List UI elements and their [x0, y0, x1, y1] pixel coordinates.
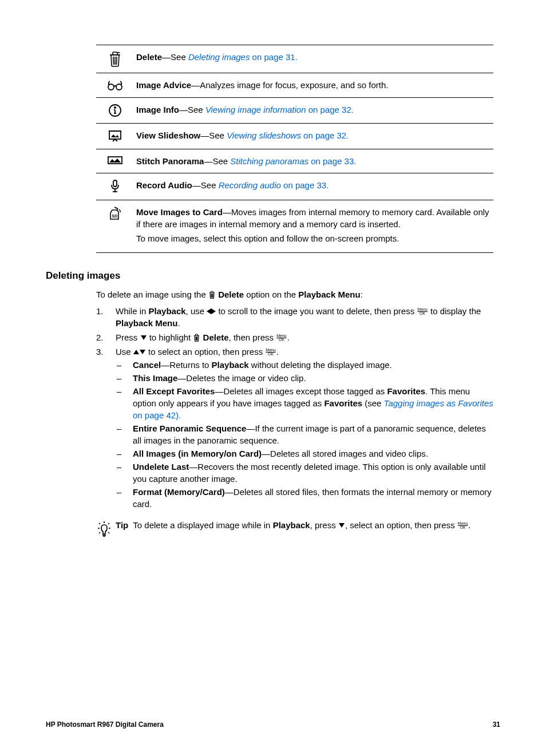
svg-rect-13	[113, 180, 117, 187]
page-footer: HP Photosmart R967 Digital Camera 31	[46, 720, 500, 730]
eyeglasses-icon	[106, 79, 124, 92]
body-section: To delete an image using the Delete opti…	[96, 288, 493, 511]
row-slideshow-desc: View Slideshow—See Viewing slideshows on…	[132, 124, 493, 149]
left-arrow-icon	[207, 308, 211, 314]
microphone-icon	[109, 179, 121, 194]
svg-line-2	[117, 57, 117, 65]
row-slideshow: View Slideshow—See Viewing slideshows on…	[96, 124, 493, 149]
audio-icon-cell	[96, 173, 132, 200]
svg-line-27	[108, 523, 109, 524]
menu-ok-icon: MenuOK	[417, 307, 428, 315]
info-icon-cell	[96, 98, 132, 124]
up-arrow-icon	[133, 350, 139, 354]
row-move-desc: Move Images to Card—Moves images from in…	[132, 200, 493, 253]
panorama-icon	[107, 155, 123, 165]
row-advice-desc: Image Advice—Analyzes image for focus, e…	[132, 73, 493, 98]
info-icon	[108, 104, 122, 117]
step-3: 3. Use to select an option, then press M…	[96, 346, 493, 511]
row-move-to-card: SD Move Images to Card—Moves images from…	[96, 200, 493, 253]
down-arrow-icon	[339, 523, 345, 528]
opt-cancel: –Cancel—Returns to Playback without dele…	[116, 359, 493, 371]
steps-list: 1. While in Playback, use to scroll to t…	[96, 305, 493, 511]
link-stitch[interactable]: Stitching panoramas	[230, 156, 308, 166]
menu-ok-icon: MenuOK	[458, 521, 468, 529]
right-arrow-icon	[211, 308, 216, 314]
opt-undelete: –Undelete Last—Recovers the most recentl…	[116, 461, 493, 485]
opt-panoramic: –Entire Panoramic Sequence—If the curren…	[116, 422, 493, 446]
trash-icon	[108, 51, 122, 67]
svg-rect-12	[108, 157, 122, 164]
link-deleting-images[interactable]: Deleting images	[188, 52, 250, 62]
opt-all-images: –All Images (in Memory/on Card)—Deletes …	[116, 448, 493, 460]
heading-deleting-images: Deleting images	[46, 269, 500, 283]
opt-this-image: –This Image—Deletes the image or video c…	[116, 372, 493, 384]
menu-ok-icon: MenuOK	[276, 334, 287, 342]
tip-block: Tip To delete a displayed image while in…	[96, 519, 493, 541]
trash-icon	[208, 291, 216, 299]
row-delete-desc: Delete—See Deleting images on page 31.	[132, 45, 493, 73]
row-delete: Delete—See Deleting images on page 31.	[96, 45, 493, 73]
link-audio[interactable]: Recording audio	[219, 180, 281, 190]
row-info-desc: Image Info—See Viewing image information…	[132, 98, 493, 124]
row-audio-desc: Record Audio—See Recording audio on page…	[132, 173, 493, 200]
opt-format: –Format (Memory/Card)—Deletes all stored…	[116, 486, 493, 510]
svg-line-31	[108, 532, 109, 533]
menu-ok-icon: MenuOK	[266, 348, 276, 356]
footer-product: HP Photosmart R967 Digital Camera	[46, 720, 164, 730]
delete-icon-cell	[96, 45, 132, 73]
down-arrow-icon	[141, 335, 147, 340]
row-stitch: Stitch Panorama—See Stitching panoramas …	[96, 149, 493, 173]
lightbulb-tip-icon	[96, 519, 116, 541]
row-audio: Record Audio—See Recording audio on page…	[96, 173, 493, 200]
intro-line: To delete an image using the Delete opti…	[96, 288, 493, 300]
svg-line-26	[99, 523, 100, 524]
sd-card-arrow-icon: SD	[108, 206, 122, 221]
playback-menu-table: Delete—See Deleting images on page 31. I…	[96, 45, 493, 253]
stitch-icon-cell	[96, 149, 132, 173]
advice-icon-cell	[96, 73, 132, 98]
link-tagging-favorites[interactable]: Tagging images as Favorites	[384, 398, 493, 408]
step-2: 2. Press to highlight Delete, then press…	[96, 331, 493, 343]
down-arrow-icon	[140, 350, 145, 354]
footer-page-number: 31	[493, 720, 500, 730]
link-image-info[interactable]: Viewing image information	[205, 105, 306, 114]
step-1: 1. While in Playback, use to scroll to t…	[96, 305, 493, 329]
svg-text:SD: SD	[112, 214, 118, 218]
trash-icon	[193, 334, 200, 342]
row-image-info: Image Info—See Viewing image information…	[96, 98, 493, 124]
row-image-advice: Image Advice—Analyzes image for focus, e…	[96, 73, 493, 98]
svg-line-30	[99, 532, 100, 533]
svg-rect-10	[109, 131, 121, 139]
link-slideshow[interactable]: Viewing slideshows	[227, 130, 301, 140]
svg-point-6	[114, 107, 116, 108]
row-stitch-desc: Stitch Panorama—See Stitching panoramas …	[132, 149, 493, 173]
options-list: –Cancel—Returns to Playback without dele…	[116, 359, 493, 510]
slideshow-icon	[108, 129, 122, 143]
opt-all-except-fav: –All Except Favorites—Deletes all images…	[116, 385, 493, 421]
slideshow-icon-cell	[96, 124, 132, 149]
svg-line-0	[113, 57, 114, 65]
move-card-icon-cell: SD	[96, 200, 132, 253]
